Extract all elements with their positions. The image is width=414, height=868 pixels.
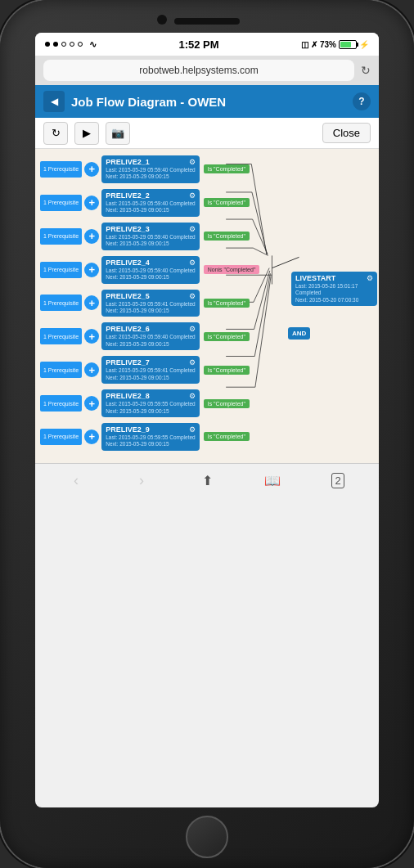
gear-icon[interactable]: ⚙: [189, 225, 196, 233]
screen-icon: ◫: [301, 40, 308, 49]
condition-tag: Is "Completed": [204, 198, 250, 207]
job-next: Next: 2015-05-29 09:00:15: [106, 375, 196, 381]
prereq-button[interactable]: 1 Prerequisite: [40, 295, 82, 311]
add-button[interactable]: +: [84, 362, 99, 377]
job-last: Last: 2015-05-29 05:59:40 Completed: [106, 200, 196, 207]
add-button[interactable]: +: [84, 396, 99, 411]
gear-icon[interactable]: ⚙: [189, 259, 196, 267]
front-camera: [157, 15, 167, 25]
gear-icon[interactable]: ⚙: [189, 292, 196, 300]
toolbar: ↻ ▶ 📷 Close: [35, 118, 379, 149]
job-node[interactable]: PRELIVE2_5 ⚙ Last: 2015-05-29 05:59:41 C…: [101, 290, 200, 317]
job-next: Next: 2015-05-29 09:00:15: [106, 341, 196, 348]
add-button[interactable]: +: [84, 329, 99, 344]
job-row: 1 Prerequisite + PRELIVE2_2 ⚙ Last: 2015…: [40, 189, 374, 217]
help-icon: ?: [358, 96, 364, 107]
job-last: Last: 2015-05-29 05:59:40 Completed: [106, 334, 196, 340]
gear-icon[interactable]: ⚙: [189, 425, 196, 434]
job-node[interactable]: PRELIVE2_7 ⚙ Last: 2015-05-29 05:59:41 C…: [101, 356, 200, 384]
prereq-button[interactable]: 1 Prerequisite: [40, 429, 82, 445]
share-button[interactable]: ⬆: [192, 465, 222, 495]
add-button[interactable]: +: [84, 162, 99, 177]
nav-back-button[interactable]: ‹: [61, 465, 91, 495]
add-button[interactable]: +: [84, 196, 99, 210]
gear-icon[interactable]: ⚙: [189, 158, 196, 166]
job-node[interactable]: PRELIVE2_9 ⚙ Last: 2015-05-29 05:59:55 C…: [101, 423, 200, 451]
job-next: Next: 2015-05-29 09:00:15: [106, 308, 196, 314]
help-button[interactable]: ?: [353, 92, 371, 110]
condition-tag: Is "Completed": [204, 164, 250, 173]
signal-dot-2: [53, 42, 58, 47]
nav-back-icon: ‹: [74, 472, 79, 489]
camera-icon: 📷: [111, 127, 124, 139]
add-button[interactable]: +: [84, 430, 99, 444]
nav-forward-icon: ›: [139, 472, 144, 489]
signal-area: ∿: [45, 39, 97, 50]
job-row: 1 Prerequisite + PRELIVE2_7 ⚙ Last: 2015…: [40, 356, 374, 384]
gear-icon[interactable]: ⚙: [189, 358, 196, 367]
prereq-button[interactable]: 1 Prerequisite: [40, 195, 82, 211]
job-name: PRELIVE2_6: [106, 325, 150, 333]
speaker: [174, 18, 240, 25]
job-row: 1 Prerequisite + PRELIVE2_5 ⚙ Last: 2015…: [40, 290, 374, 317]
refresh-icon[interactable]: ↻: [361, 64, 371, 77]
screen: ∿ 1:52 PM ◫ ✗ 73% ⚡ robotweb.helpsystems…: [35, 33, 379, 807]
condition-tag: Is "Completed": [204, 399, 250, 408]
back-button[interactable]: ◀: [43, 91, 65, 112]
job-node[interactable]: PRELIVE2_3 ⚙ Last: 2015-05-29 05:59:40 C…: [101, 223, 200, 250]
prereq-button[interactable]: 1 Prerequisite: [40, 262, 82, 278]
job-next: Next: 2015-05-29 09:00:15: [106, 173, 196, 180]
signal-dot-1: [45, 42, 50, 47]
job-node[interactable]: PRELIVE2_1 ⚙ Last: 2015-05-29 05:59:40 C…: [101, 155, 200, 183]
gear-icon[interactable]: ⚙: [189, 191, 196, 200]
job-row: 1 Prerequisite + PRELIVE2_1 ⚙ Last: 2015…: [40, 155, 374, 183]
play-button[interactable]: ▶: [74, 122, 99, 145]
battery-fill: [340, 42, 351, 47]
add-button[interactable]: +: [84, 295, 99, 310]
job-node[interactable]: PRELIVE2_8 ⚙ Last: 2015-05-29 05:59:55 C…: [101, 389, 200, 417]
and-badge-container: AND: [285, 327, 313, 340]
and-badge: AND: [288, 327, 310, 340]
flow-diagram-area: 1 Prerequisite + PRELIVE2_1 ⚙ Last: 2015…: [35, 149, 379, 463]
job-node[interactable]: PRELIVE2_4 ⚙ Last: 2015-05-29 05:59:40 C…: [101, 256, 200, 284]
phone-device: ∿ 1:52 PM ◫ ✗ 73% ⚡ robotweb.helpsystems…: [0, 0, 414, 868]
status-time: 1:52 PM: [178, 38, 218, 51]
bookmarks-icon: 📖: [264, 473, 281, 488]
job-name: PRELIVE2_5: [106, 292, 150, 300]
condition-tag: Is "Completed": [204, 332, 250, 341]
job-row: 1 Prerequisite + PRELIVE2_4 ⚙ Last: 2015…: [40, 256, 374, 284]
close-button[interactable]: Close: [322, 123, 371, 143]
prereq-button[interactable]: 1 Prerequisite: [40, 161, 82, 178]
job-name: PRELIVE2_3: [106, 225, 150, 233]
bottom-navigation: ‹ › ⬆ 📖 2: [35, 463, 379, 497]
url-display[interactable]: robotweb.helpsystems.com: [43, 60, 354, 81]
refresh-button[interactable]: ↻: [43, 122, 68, 145]
home-button[interactable]: [186, 816, 228, 858]
add-button[interactable]: +: [84, 229, 99, 244]
gear-icon[interactable]: ⚙: [189, 325, 196, 333]
camera-button[interactable]: 📷: [106, 122, 130, 145]
condition-tag: Is "Completed": [204, 432, 250, 441]
job-rows-container: 1 Prerequisite + PRELIVE2_1 ⚙ Last: 2015…: [40, 155, 374, 451]
gear-icon[interactable]: ⚙: [189, 392, 196, 400]
condition-tag: Is "Completed": [204, 232, 250, 241]
charging-icon: ⚡: [359, 40, 369, 49]
bluetooth-icon: ✗: [311, 40, 317, 49]
job-name: PRELIVE2_8: [106, 392, 150, 400]
add-button[interactable]: +: [84, 263, 99, 277]
job-last: Last: 2015-05-29 05:59:40 Completed: [106, 268, 196, 274]
job-node[interactable]: PRELIVE2_6 ⚙ Last: 2015-05-29 05:59:40 C…: [101, 322, 200, 350]
condition-tag: Is "Completed": [204, 299, 250, 308]
prereq-button[interactable]: 1 Prerequisite: [40, 362, 82, 378]
battery-icon: [339, 40, 357, 49]
prereq-button[interactable]: 1 Prerequisite: [40, 328, 82, 344]
job-node[interactable]: PRELIVE2_2 ⚙ Last: 2015-05-29 05:59:40 C…: [101, 189, 200, 217]
bookmarks-button[interactable]: 📖: [258, 465, 287, 495]
prereq-button[interactable]: 1 Prerequisite: [40, 228, 82, 245]
url-text: robotweb.helpsystems.com: [139, 65, 258, 76]
job-next: Next: 2015-05-29 09:00:15: [106, 241, 196, 247]
back-arrow-icon: ◀: [51, 96, 58, 107]
nav-forward-button[interactable]: ›: [127, 465, 156, 495]
tabs-button[interactable]: 2: [323, 465, 353, 495]
prereq-button[interactable]: 1 Prerequisite: [40, 395, 82, 412]
